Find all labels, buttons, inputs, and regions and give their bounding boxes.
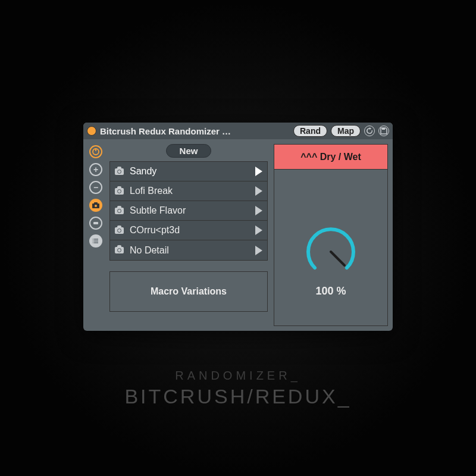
preset-label: Sandy [130, 166, 249, 177]
svg-point-5 [95, 205, 97, 207]
map-button[interactable]: Map [331, 125, 361, 137]
svg-rect-6 [93, 222, 98, 224]
preset-row[interactable]: No Detail [110, 240, 267, 260]
list-icon[interactable] [89, 234, 102, 248]
camera-icon [115, 247, 124, 253]
preset-row[interactable]: Lofi Break [110, 181, 267, 201]
device-title: Bitcrush Redux Randomizer … [100, 126, 231, 136]
rand-button[interactable]: Rand [293, 125, 327, 137]
play-icon[interactable] [255, 206, 262, 215]
titlebar: Bitcrush Redux Randomizer … Rand Map [83, 123, 393, 139]
device-enable-dot[interactable] [87, 126, 96, 136]
preset-row[interactable]: Subtle Flavor [110, 201, 267, 221]
knob-header[interactable]: ^^^ Dry / Wet [274, 145, 387, 170]
preset-label: No Detail [130, 245, 249, 256]
caption-line1: RANDOMIZER_ [0, 369, 476, 383]
refresh-icon[interactable] [364, 126, 375, 136]
device-window: Bitcrush Redux Randomizer … Rand Map + − [83, 123, 393, 331]
knob-panel: ^^^ Dry / Wet 100 % [274, 144, 388, 326]
dry-wet-knob[interactable] [301, 222, 361, 281]
knob-value: 100 % [315, 285, 346, 298]
preset-column: New Sandy Lofi Break Subtle Flavor [109, 144, 268, 326]
preset-label: Lofi Break [130, 186, 249, 196]
svg-point-11 [93, 240, 94, 242]
play-icon[interactable] [255, 167, 262, 176]
svg-point-12 [93, 242, 94, 243]
camera-icon [115, 188, 124, 195]
macro-variations-label: Macro Variations [109, 271, 268, 312]
play-icon[interactable] [255, 226, 262, 235]
snapshot-icon[interactable] [89, 199, 102, 212]
svg-rect-0 [382, 128, 385, 130]
new-button[interactable]: New [166, 144, 212, 158]
preset-row[interactable]: COrru<pt3d [110, 221, 267, 240]
svg-line-13 [331, 252, 345, 265]
play-icon[interactable] [255, 246, 262, 255]
remove-icon[interactable]: − [89, 181, 102, 194]
icon-rail: + − [88, 144, 104, 326]
svg-rect-4 [94, 202, 98, 204]
camera-icon [115, 168, 124, 175]
add-icon[interactable]: + [89, 163, 102, 176]
preset-row[interactable]: Sandy [110, 162, 267, 181]
device-body: + − New Sandy Lo [83, 139, 393, 331]
power-icon[interactable] [89, 145, 102, 158]
play-icon[interactable] [255, 186, 262, 196]
preset-label: COrru<pt3d [130, 225, 249, 236]
svg-point-10 [93, 239, 94, 240]
caption: RANDOMIZER_ BITCRUSH/REDUX_ [0, 369, 476, 408]
save-icon[interactable] [378, 126, 389, 136]
camera-icon [115, 227, 124, 234]
camera-icon [115, 208, 124, 214]
caption-line2: BITCRUSH/REDUX_ [0, 385, 476, 408]
preset-label: Subtle Flavor [130, 205, 249, 216]
collapse-icon[interactable] [89, 217, 102, 230]
preset-list: Sandy Lofi Break Subtle Flavor COrru<pt3… [109, 161, 268, 261]
knob-wrap: 100 % [301, 170, 361, 325]
